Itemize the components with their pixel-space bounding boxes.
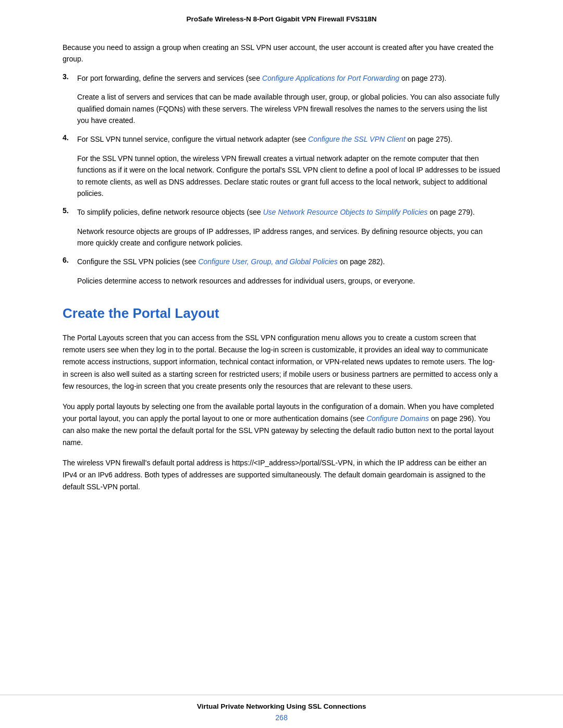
item-6-text-before-link: Configure the SSL VPN policies (see: [77, 257, 198, 266]
item-3-main-text: For port forwarding, define the servers …: [77, 72, 500, 84]
item-3-content: For port forwarding, define the servers …: [77, 72, 500, 84]
item-5-text-before-link: To simplify policies, define network res…: [77, 208, 263, 216]
numbered-item-6: 6. Configure the SSL VPN policies (see C…: [63, 256, 500, 267]
item-4-text-before-link: For SSL VPN tunnel service, configure th…: [77, 135, 308, 143]
intro-paragraph: Because you need to assign a group when …: [63, 42, 500, 65]
item-3-text-before-link: For port forwarding, define the servers …: [77, 74, 262, 82]
section-paragraph-1: The Portal Layouts screen that you can a…: [63, 332, 500, 392]
item-3-number: 3.: [63, 72, 77, 81]
footer-title: Virtual Private Networking Using SSL Con…: [63, 702, 500, 710]
item-5-link[interactable]: Use Network Resource Objects to Simplify…: [263, 208, 427, 216]
item-5-sub-paragraph: Network resource objects are groups of I…: [77, 226, 500, 249]
item-4-sub-paragraph: For the SSL VPN tunnel option, the wirel…: [77, 153, 500, 200]
header-title: ProSafe Wireless-N 8-Port Gigabit VPN Fi…: [186, 15, 376, 23]
item-5-content: To simplify policies, define network res…: [77, 206, 500, 218]
section-paragraph-2: You apply portal layouts by selecting on…: [63, 401, 500, 449]
footer-page-number: 268: [63, 713, 500, 722]
page-footer: Virtual Private Networking Using SSL Con…: [0, 695, 563, 728]
item-6-main-text: Configure the SSL VPN policies (see Conf…: [77, 256, 500, 267]
item-4-main-text: For SSL VPN tunnel service, configure th…: [77, 133, 500, 145]
item-5-number: 5.: [63, 206, 77, 215]
section-heading: Create the Portal Layout: [63, 305, 500, 322]
section-paragraph-3: The wireless VPN firewall's default port…: [63, 457, 500, 493]
item-6-text-after-link: on page 282).: [338, 257, 385, 266]
section-p2-link[interactable]: Configure Domains: [366, 414, 429, 423]
item-3-sub-paragraph: Create a list of servers and services th…: [77, 91, 500, 126]
item-5-main-text: To simplify policies, define network res…: [77, 206, 500, 218]
page-container: ProSafe Wireless-N 8-Port Gigabit VPN Fi…: [0, 0, 563, 728]
content-area: Because you need to assign a group when …: [0, 32, 563, 695]
item-4-link[interactable]: Configure the SSL VPN Client: [308, 135, 406, 143]
item-6-link[interactable]: Configure User, Group, and Global Polici…: [198, 257, 338, 266]
item-3-link[interactable]: Configure Applications for Port Forwardi…: [262, 74, 399, 82]
item-3-text-after-link: on page 273).: [399, 74, 446, 82]
page-header: ProSafe Wireless-N 8-Port Gigabit VPN Fi…: [0, 0, 563, 32]
item-6-content: Configure the SSL VPN policies (see Conf…: [77, 256, 500, 267]
numbered-item-5: 5. To simplify policies, define network …: [63, 206, 500, 218]
item-4-number: 4.: [63, 133, 77, 142]
item-4-content: For SSL VPN tunnel service, configure th…: [77, 133, 500, 145]
item-5-text-after-link: on page 279).: [427, 208, 474, 216]
numbered-item-3: 3. For port forwarding, define the serve…: [63, 72, 500, 84]
item-6-sub-paragraph: Policies determine access to network res…: [77, 275, 500, 287]
item-4-text-after-link: on page 275).: [406, 135, 452, 143]
numbered-item-4: 4. For SSL VPN tunnel service, configure…: [63, 133, 500, 145]
item-6-number: 6.: [63, 256, 77, 264]
